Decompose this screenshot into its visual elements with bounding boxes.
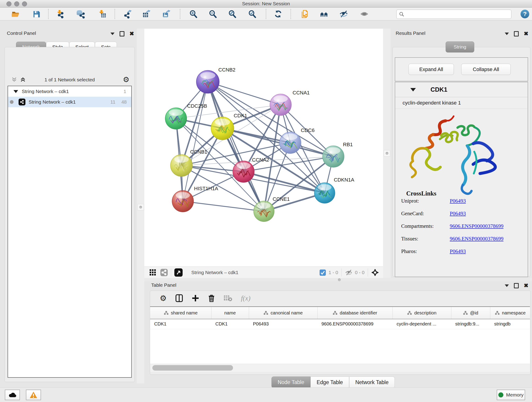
zoom-out-button[interactable] xyxy=(207,9,219,19)
open-in-browser-icon[interactable] xyxy=(174,268,183,277)
string-documents-button[interactable] xyxy=(299,9,311,19)
cell-shared-name[interactable]: CDK1 xyxy=(150,319,211,329)
table-scrollbar-thumb[interactable] xyxy=(152,365,233,370)
horizontal-splitter-handle[interactable] xyxy=(338,279,341,281)
zoom-in-button[interactable] xyxy=(188,9,200,19)
collection-expand-icon[interactable] xyxy=(13,90,18,93)
table-panel-float-icon[interactable] xyxy=(514,283,519,288)
import-network-file-button[interactable] xyxy=(54,9,66,19)
crosslink-value-link[interactable]: P06493 xyxy=(450,198,466,204)
memory-button[interactable]: Memory xyxy=(497,390,525,400)
network-canvas[interactable]: CCNB2CCNA1CDC25BCDK1CDC6RB1CCNB1CCNA2CDK… xyxy=(144,29,383,267)
add-column-icon[interactable] xyxy=(192,294,199,302)
network-options-gear-icon[interactable]: ⚙ xyxy=(123,75,129,84)
node-CCNB2[interactable]: CCNB2 xyxy=(196,67,235,93)
delete-column-trash-icon[interactable] xyxy=(208,294,215,302)
hidden-eye-slash-icon[interactable] xyxy=(345,269,353,276)
selected-checkbox-icon[interactable] xyxy=(320,269,326,276)
column-header-@id[interactable]: @id xyxy=(451,307,490,319)
cell-@id[interactable]: stringdb:9... xyxy=(451,319,490,329)
edge-CCNB2-CCNE1[interactable] xyxy=(208,82,264,211)
network-collection-row[interactable]: String Network – cdk1 1 xyxy=(8,86,131,97)
delete-table-icon[interactable] xyxy=(224,295,232,301)
node-HIST1H1A[interactable]: HIST1H1A xyxy=(172,186,218,212)
results-panel-menu-icon[interactable] xyxy=(505,32,509,35)
crosslink-value-link[interactable]: P06493 xyxy=(450,249,466,254)
import-network-database-button[interactable] xyxy=(75,9,87,19)
cloud-status-button[interactable] xyxy=(5,390,20,400)
cell-canonical-name[interactable]: P06493 xyxy=(249,319,317,329)
import-table-file-button[interactable] xyxy=(96,9,108,19)
gene-collapse-icon[interactable] xyxy=(410,88,416,91)
function-builder-icon[interactable]: f(x) xyxy=(241,294,250,302)
hide-glass-effect-button[interactable] xyxy=(338,9,350,19)
node-CDKN1A[interactable]: CDKN1A xyxy=(314,177,355,203)
column-header-database-identifier[interactable]: database identifier xyxy=(317,307,393,319)
left-splitter-handle[interactable] xyxy=(138,204,144,211)
control-panel-menu-icon[interactable] xyxy=(110,32,114,35)
show-labels-button[interactable] xyxy=(358,9,370,19)
apply-layout-button[interactable] xyxy=(272,9,284,19)
node-CDK1[interactable]: CDK1 xyxy=(211,113,247,140)
fit-content-icon xyxy=(228,10,237,19)
string-home-button[interactable] xyxy=(318,9,330,19)
column-header-namespace[interactable]: namespace xyxy=(490,307,531,319)
show-columns-icon[interactable] xyxy=(175,294,183,302)
node-RB1[interactable]: RB1 xyxy=(323,142,353,167)
expand-all-button[interactable]: Expand All xyxy=(409,64,454,75)
table-panel-menu-icon[interactable] xyxy=(505,284,509,287)
network-row-selected[interactable]: String Network – cdk1 11 48 xyxy=(8,97,131,107)
column-header-name[interactable]: name xyxy=(211,307,249,319)
table-horizontal-scrollbar[interactable] xyxy=(150,364,530,372)
column-header-description[interactable]: description xyxy=(393,307,451,319)
column-header-shared-name[interactable]: shared name xyxy=(150,307,211,319)
right-splitter-handle[interactable] xyxy=(384,150,390,157)
tab-edge-table[interactable]: Edge Table xyxy=(310,376,349,388)
node-CCNA1[interactable]: CCNA1 xyxy=(270,90,310,115)
edge-HIST1H1A-CCNE1[interactable] xyxy=(183,201,264,211)
crosslink-value-link[interactable]: 9606.ENSP00000378699 xyxy=(450,223,504,229)
table-panel-close-icon[interactable]: ✖ xyxy=(524,283,528,288)
fit-selected-crosshair-icon[interactable] xyxy=(371,269,379,276)
table-settings-gear-icon[interactable]: ⚙ xyxy=(160,294,167,303)
tab-network-table[interactable]: Network Table xyxy=(349,376,395,388)
node-CDC6[interactable]: CDC6 xyxy=(279,128,315,153)
column-header-canonical-name[interactable]: canonical name xyxy=(249,307,317,319)
edge-CDK1-RB1[interactable] xyxy=(222,128,333,157)
edge-CCNB2-HIST1H1A[interactable] xyxy=(183,82,208,201)
grid-view-icon[interactable] xyxy=(149,269,156,276)
gene-section-header[interactable]: CDK1 xyxy=(395,82,528,97)
crosslink-value-link[interactable]: P06493 xyxy=(450,211,466,216)
open-session-button[interactable] xyxy=(10,9,22,19)
cell-name[interactable]: CDK1 xyxy=(211,319,249,329)
control-panel-close-icon[interactable]: ✖ xyxy=(129,31,134,36)
cell-database-identifier[interactable]: 9606.ENSP00000378699 xyxy=(317,319,393,329)
export-image-button[interactable] xyxy=(161,9,172,19)
string-view-icon[interactable] xyxy=(160,269,168,276)
zoom-selected-button[interactable] xyxy=(247,9,259,19)
tab-node-table[interactable]: Node Table xyxy=(272,376,310,388)
fit-content-button[interactable] xyxy=(227,9,239,19)
export-table-button[interactable] xyxy=(141,9,152,19)
toolbar-separator xyxy=(266,9,266,19)
cell-description[interactable]: cyclin-dependent ... xyxy=(393,319,451,329)
search-box[interactable] xyxy=(396,10,511,19)
table-row[interactable]: CDK1CDK1P064939606.ENSP00000378699cyclin… xyxy=(150,319,530,329)
results-panel-float-icon[interactable] xyxy=(514,31,519,36)
results-panel-close-icon[interactable]: ✖ xyxy=(524,31,528,36)
help-button[interactable]: ? xyxy=(520,10,529,18)
search-input[interactable] xyxy=(407,12,511,17)
collapse-all-button[interactable]: Collapse All xyxy=(461,64,511,75)
network-graph[interactable]: CCNB2CCNA1CDC25BCDK1CDC6RB1CCNB1CCNA2CDK… xyxy=(144,29,383,267)
right-splitter[interactable] xyxy=(383,29,391,278)
horizontal-splitter[interactable] xyxy=(144,278,532,281)
warning-status-button[interactable] xyxy=(26,390,41,400)
crosslink-value-link[interactable]: 9606.ENSP00000378699 xyxy=(450,236,504,242)
tab-string[interactable]: String xyxy=(446,41,474,52)
left-splitter[interactable] xyxy=(137,29,144,383)
export-network-button[interactable] xyxy=(122,9,134,19)
node-CCNB1[interactable]: CCNB1 xyxy=(171,149,207,177)
control-panel-float-icon[interactable] xyxy=(120,31,124,36)
save-session-button[interactable] xyxy=(31,9,43,19)
cell-namespace[interactable]: stringdb xyxy=(490,319,530,329)
